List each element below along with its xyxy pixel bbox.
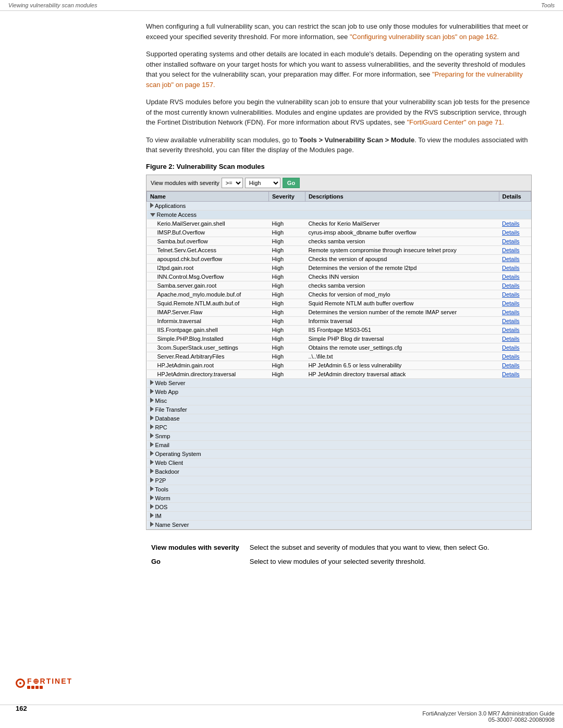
category-row[interactable]: File Transfer — [147, 405, 531, 414]
detail-link[interactable]: Details — [502, 229, 520, 236]
doc-number: 05-30007-0082-20080908 — [422, 717, 555, 723]
page-footer: F⊕RTINET 162 FortiAnalyzer Version 3.0 M… — [0, 705, 563, 728]
row-detail[interactable]: Details — [499, 245, 531, 254]
row-description: checks samba version — [305, 281, 499, 290]
row-detail[interactable]: Details — [499, 316, 531, 325]
triangle-right-icon — [150, 442, 154, 447]
category-row[interactable]: Remote Access — [147, 210, 531, 219]
para3: Update RVS modules before you begin the … — [146, 97, 532, 128]
detail-link[interactable]: Details — [502, 220, 520, 227]
detail-link[interactable]: Details — [502, 238, 520, 244]
header-left: Viewing vulnerability scan modules — [8, 2, 97, 8]
row-severity: High — [269, 325, 305, 334]
row-description: Determines the version number of the rem… — [305, 307, 499, 316]
row-name: IMAP.Server.Flaw — [147, 307, 269, 316]
detail-link[interactable]: Details — [502, 256, 520, 262]
category-row[interactable]: Tools — [147, 485, 531, 493]
row-name: INN.Control.Msg.Overflow — [147, 272, 269, 281]
row-detail[interactable]: Details — [499, 343, 531, 352]
detail-link[interactable]: Details — [502, 247, 520, 253]
triangle-right-icon — [150, 389, 154, 394]
row-detail[interactable]: Details — [499, 369, 531, 378]
filter-operator-select[interactable]: >= <= = — [222, 178, 243, 188]
desc-row: View modules with severitySelect the sub… — [146, 540, 532, 554]
row-detail[interactable]: Details — [499, 307, 531, 316]
row-name: Samba.server.gain.root — [147, 281, 269, 290]
detail-link[interactable]: Details — [502, 274, 520, 280]
detail-link[interactable]: Details — [502, 371, 520, 377]
row-detail[interactable]: Details — [499, 361, 531, 369]
row-detail[interactable]: Details — [499, 237, 531, 245]
category-row[interactable]: Backdoor — [147, 467, 531, 476]
detail-link[interactable]: Details — [502, 309, 520, 315]
category-row[interactable]: IM — [147, 511, 531, 520]
row-description: Informix traversal — [305, 316, 499, 325]
row-severity: High — [269, 219, 305, 228]
para3-link[interactable]: "FortiGuard Center" on page 71. — [407, 118, 504, 126]
triangle-right-icon — [150, 495, 154, 500]
triangle-right-icon — [150, 486, 154, 491]
row-detail[interactable]: Details — [499, 334, 531, 343]
category-label: Remote Access — [147, 210, 531, 219]
para1-link[interactable]: "Configuring vulnerability scan jobs" on… — [350, 33, 499, 41]
detail-link[interactable]: Details — [502, 291, 520, 298]
category-row[interactable]: Snmp — [147, 431, 531, 440]
detail-link[interactable]: Details — [502, 300, 520, 306]
detail-link[interactable]: Details — [502, 327, 520, 333]
detail-link[interactable]: Details — [502, 318, 520, 324]
row-detail[interactable]: Details — [499, 281, 531, 290]
category-label: Web Client — [147, 458, 531, 467]
category-row[interactable]: Misc — [147, 396, 531, 405]
row-name: IMSP.Buf.Overflow — [147, 228, 269, 237]
category-row[interactable]: Web App — [147, 387, 531, 396]
table-row: apoupsd.chk.buf.overflowHighChecks the v… — [147, 254, 531, 263]
detail-link[interactable]: Details — [502, 362, 520, 368]
category-row[interactable]: RPC — [147, 423, 531, 431]
category-row[interactable]: DOS — [147, 502, 531, 511]
category-row[interactable]: Operating System — [147, 449, 531, 458]
category-row[interactable]: Worm — [147, 493, 531, 502]
triangle-right-icon — [150, 380, 154, 385]
table-row: l2tpd.gain.rootHighDetermines the versio… — [147, 263, 531, 272]
table-row: IMSP.Buf.OverflowHighcyrus-imsp abook_db… — [147, 228, 531, 237]
row-detail[interactable]: Details — [499, 325, 531, 334]
triangle-right-icon — [150, 398, 154, 403]
para4-bold: Tools > Vulnerability Scan > Module — [299, 136, 414, 144]
category-label: P2P — [147, 476, 531, 485]
detail-link[interactable]: Details — [502, 336, 520, 342]
row-detail[interactable]: Details — [499, 352, 531, 361]
row-description: Checks for Kerio MailServer — [305, 219, 499, 228]
detail-link[interactable]: Details — [502, 353, 520, 360]
category-row[interactable]: Name Server — [147, 520, 531, 529]
category-label: DOS — [147, 502, 531, 511]
row-detail[interactable]: Details — [499, 219, 531, 228]
category-row[interactable]: Web Server — [147, 378, 531, 387]
filter-severity-select[interactable]: High Medium Low — [245, 178, 280, 188]
category-row[interactable]: P2P — [147, 476, 531, 485]
category-label: Backdoor — [147, 467, 531, 476]
col-name: Name — [147, 191, 269, 201]
row-detail[interactable]: Details — [499, 299, 531, 307]
row-detail[interactable]: Details — [499, 290, 531, 299]
category-row[interactable]: Database — [147, 414, 531, 423]
category-row[interactable]: Email — [147, 440, 531, 449]
category-row[interactable]: Applications — [147, 201, 531, 210]
detail-link[interactable]: Details — [502, 344, 520, 351]
category-row[interactable]: Web Client — [147, 458, 531, 467]
row-detail[interactable]: Details — [499, 228, 531, 237]
row-name: HPJetAdmin.directory.traversal — [147, 369, 269, 378]
row-severity: High — [269, 307, 305, 316]
detail-link[interactable]: Details — [502, 265, 520, 271]
desc-text: Select to view modules of your selected … — [244, 554, 532, 569]
detail-link[interactable]: Details — [502, 282, 520, 289]
row-detail[interactable]: Details — [499, 263, 531, 272]
row-detail[interactable]: Details — [499, 272, 531, 281]
row-severity: High — [269, 316, 305, 325]
row-detail[interactable]: Details — [499, 254, 531, 263]
go-button[interactable]: Go — [283, 178, 300, 188]
para4-prefix: To view available vulnerability scan mod… — [146, 136, 299, 144]
row-description: Obtains the remote user_settings.cfg — [305, 343, 499, 352]
filter-bar: View modules with severity >= <= = High … — [146, 175, 531, 191]
row-name: Simple.PHP.Blog.Installed — [147, 334, 269, 343]
row-description: Checks INN version — [305, 272, 499, 281]
